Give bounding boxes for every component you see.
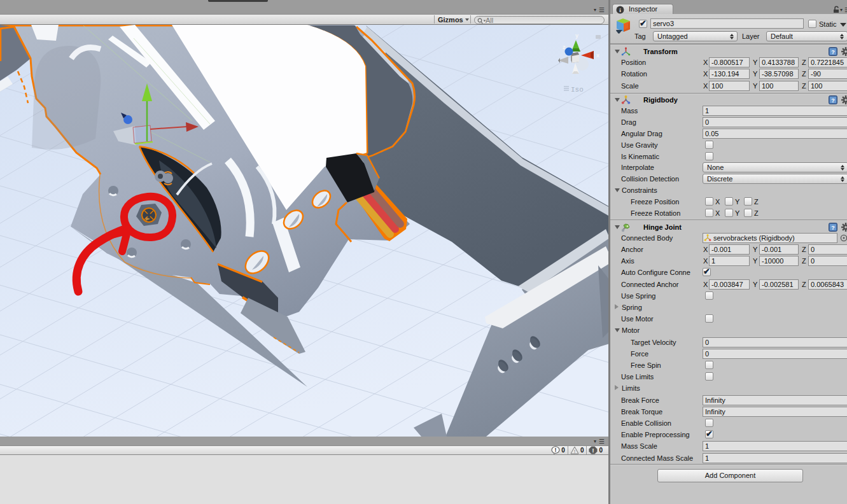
svg-text:!: ! — [555, 447, 557, 453]
svg-text:y: y — [575, 32, 578, 39]
svg-text:?: ? — [831, 97, 835, 104]
svg-text:?: ? — [831, 225, 835, 231]
svg-text:Iso: Iso — [571, 86, 584, 94]
svg-text:?: ? — [831, 49, 835, 55]
svg-text:!: ! — [574, 449, 576, 454]
svg-text:!: ! — [592, 447, 594, 454]
svg-text:x: x — [596, 52, 599, 59]
svg-text:z: z — [563, 44, 566, 50]
